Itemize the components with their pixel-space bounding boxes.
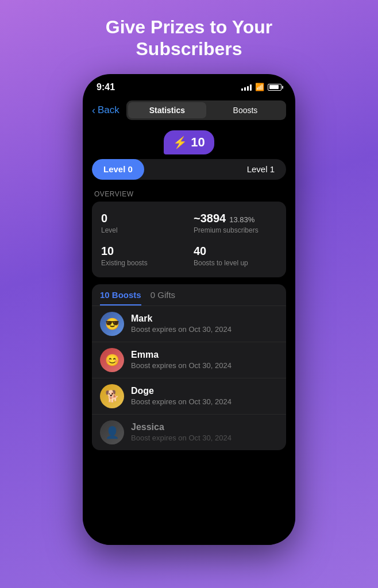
- list-sub-doge: Boost expires on Oct 30, 2024: [131, 397, 278, 406]
- overview-label: OVERVIEW: [83, 184, 295, 202]
- boost-badge-wrap: ⚡ 10: [83, 130, 295, 154]
- overview-sub-level: Level: [101, 226, 184, 234]
- list-item-mark[interactable]: 😎 Mark Boost expires on Oct 30, 2024: [92, 306, 286, 342]
- tab-0gifts[interactable]: 0 Gifts: [151, 290, 175, 305]
- fade-overlay: [83, 499, 295, 545]
- avatar-emma: 😊: [100, 348, 124, 372]
- level-bar: Level 0 Level 1: [92, 159, 286, 180]
- boost-badge: ⚡ 10: [164, 130, 214, 154]
- list-sub-jessica: Boost expires on Oct 30, 2024: [131, 434, 278, 442]
- list-info-emma: Emma Boost expires on Oct 30, 2024: [131, 350, 278, 370]
- avatar-jessica: 👤: [100, 420, 124, 444]
- list-tabs: 10 Boosts 0 Gifts: [92, 284, 286, 305]
- overview-sub-boosts: Existing boosts: [101, 259, 184, 267]
- list-sub-emma: Boost expires on Oct 30, 2024: [131, 361, 278, 370]
- list-item-jessica[interactable]: 👤 Jessica Boost expires on Oct 30, 2024: [92, 415, 286, 450]
- tab-boosts[interactable]: Boosts: [206, 102, 284, 118]
- overview-value-level: 0: [101, 212, 184, 225]
- status-bar: 9:41 📶: [83, 74, 295, 97]
- lightning-icon: ⚡: [173, 136, 187, 149]
- nav-bar: ‹ Back Statistics Boosts: [83, 97, 295, 126]
- overview-sub-levelup: Boosts to level up: [194, 259, 277, 267]
- avatar-doge: 🐕: [100, 384, 124, 408]
- overview-cell-level: 0 Level: [101, 212, 184, 234]
- overview-value-boosts: 10: [101, 245, 184, 258]
- page-title: Give Prizes to Your Subscribers: [71, 16, 307, 60]
- list-name-mark: Mark: [131, 314, 278, 324]
- list-name-emma: Emma: [131, 350, 278, 360]
- list-name-doge: Doge: [131, 386, 278, 396]
- list-info-mark: Mark Boost expires on Oct 30, 2024: [131, 314, 278, 334]
- level1-label: Level 1: [144, 164, 286, 174]
- list-info-doge: Doge Boost expires on Oct 30, 2024: [131, 386, 278, 406]
- tab-group: Statistics Boosts: [126, 100, 286, 120]
- tab-statistics[interactable]: Statistics: [128, 102, 206, 118]
- battery-icon: [268, 84, 281, 91]
- back-label: Back: [98, 105, 119, 116]
- back-button[interactable]: ‹ Back: [92, 105, 119, 116]
- status-icons: 📶: [241, 83, 281, 91]
- overview-sub-premium: Premium subscribers: [194, 226, 277, 234]
- phone-frame: 9:41 📶 ‹ Back Statistics Boosts ⚡: [83, 74, 295, 545]
- overview-pct: 13.83%: [229, 215, 254, 224]
- level0-button[interactable]: Level 0: [92, 159, 144, 180]
- list-sub-mark: Boost expires on Oct 30, 2024: [131, 325, 278, 334]
- overview-cell-levelup: 40 Boosts to level up: [194, 245, 277, 267]
- overview-value-premium: ~3894 13.83%: [194, 212, 277, 225]
- overview-cell-boosts: 10 Existing boosts: [101, 245, 184, 267]
- list-name-jessica: Jessica: [131, 422, 278, 432]
- list-section: 10 Boosts 0 Gifts 😎 Mark Boost expires o…: [92, 284, 286, 450]
- back-chevron-icon: ‹: [92, 105, 95, 115]
- overview-cell-premium: ~3894 13.83% Premium subscribers: [194, 212, 277, 234]
- list-item-emma[interactable]: 😊 Emma Boost expires on Oct 30, 2024: [92, 342, 286, 378]
- overview-row-1: 0 Level ~3894 13.83% Premium subscribers: [101, 210, 277, 237]
- overview-value-levelup: 40: [194, 245, 277, 258]
- status-time: 9:41: [97, 82, 115, 92]
- avatar-mark: 😎: [100, 312, 124, 336]
- list-info-jessica: Jessica Boost expires on Oct 30, 2024: [131, 422, 278, 442]
- wifi-icon: 📶: [255, 83, 264, 91]
- list-item-doge[interactable]: 🐕 Doge Boost expires on Oct 30, 2024: [92, 378, 286, 415]
- signal-icon: [241, 84, 252, 91]
- overview-row-2: 10 Existing boosts 40 Boosts to level up: [101, 242, 277, 269]
- tab-10boosts[interactable]: 10 Boosts: [100, 290, 141, 305]
- overview-card: 0 Level ~3894 13.83% Premium subscribers…: [92, 202, 286, 277]
- boost-count: 10: [191, 135, 205, 150]
